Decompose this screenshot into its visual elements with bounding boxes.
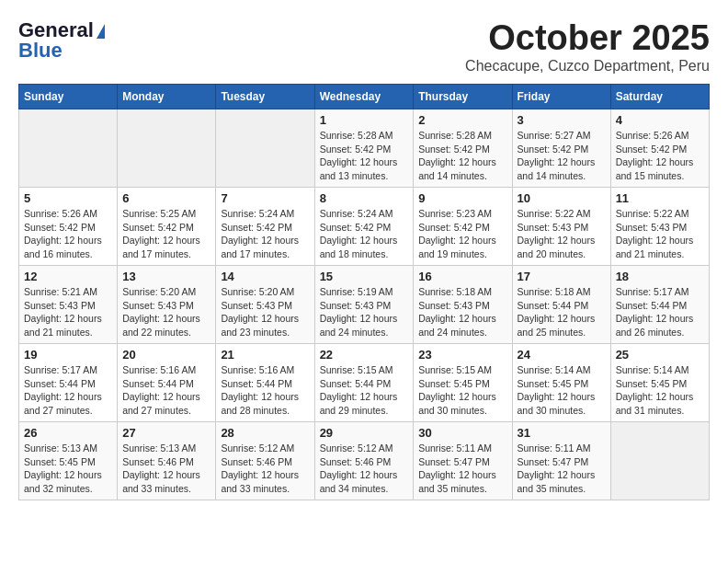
day-info: Sunrise: 5:23 AM Sunset: 5:42 PM Dayligh… xyxy=(418,207,506,261)
calendar-header: SundayMondayTuesdayWednesdayThursdayFrid… xyxy=(19,85,710,109)
day-cell: 8Sunrise: 5:24 AM Sunset: 5:42 PM Daylig… xyxy=(314,188,414,266)
day-info: Sunrise: 5:26 AM Sunset: 5:42 PM Dayligh… xyxy=(24,207,112,261)
day-cell: 17Sunrise: 5:18 AM Sunset: 5:44 PM Dayli… xyxy=(512,266,610,344)
week-row-1: 1Sunrise: 5:28 AM Sunset: 5:42 PM Daylig… xyxy=(19,109,710,188)
day-info: Sunrise: 5:14 AM Sunset: 5:45 PM Dayligh… xyxy=(518,363,606,418)
header-cell-friday: Friday xyxy=(512,85,610,109)
logo-triangle-icon xyxy=(97,24,105,39)
day-number: 22 xyxy=(320,348,409,362)
day-number: 14 xyxy=(221,270,309,283)
day-number: 1 xyxy=(320,113,409,127)
day-cell xyxy=(610,422,709,500)
day-info: Sunrise: 5:11 AM Sunset: 5:47 PM Dayligh… xyxy=(418,442,506,496)
day-cell: 23Sunrise: 5:15 AM Sunset: 5:45 PM Dayli… xyxy=(414,344,512,422)
day-cell: 7Sunrise: 5:24 AM Sunset: 5:42 PM Daylig… xyxy=(216,188,314,266)
day-cell: 21Sunrise: 5:16 AM Sunset: 5:44 PM Dayli… xyxy=(216,344,314,422)
week-row-5: 26Sunrise: 5:13 AM Sunset: 5:45 PM Dayli… xyxy=(19,422,710,500)
header-cell-thursday: Thursday xyxy=(414,85,512,109)
day-info: Sunrise: 5:28 AM Sunset: 5:42 PM Dayligh… xyxy=(418,129,506,183)
day-cell: 30Sunrise: 5:11 AM Sunset: 5:47 PM Dayli… xyxy=(414,422,512,500)
page-header: General Blue October 2025 Checacupe, Cuz… xyxy=(18,18,710,75)
day-cell: 28Sunrise: 5:12 AM Sunset: 5:46 PM Dayli… xyxy=(216,422,314,500)
day-cell: 25Sunrise: 5:14 AM Sunset: 5:45 PM Dayli… xyxy=(610,344,709,422)
location-text: Checacupe, Cuzco Department, Peru xyxy=(465,58,710,75)
day-info: Sunrise: 5:16 AM Sunset: 5:44 PM Dayligh… xyxy=(122,363,210,418)
logo: General Blue xyxy=(18,18,105,63)
day-info: Sunrise: 5:25 AM Sunset: 5:42 PM Dayligh… xyxy=(122,207,210,261)
day-number: 24 xyxy=(518,348,606,362)
week-row-3: 12Sunrise: 5:21 AM Sunset: 5:43 PM Dayli… xyxy=(19,266,710,344)
day-cell xyxy=(118,109,216,188)
day-number: 17 xyxy=(518,270,606,283)
day-cell: 3Sunrise: 5:27 AM Sunset: 5:42 PM Daylig… xyxy=(512,109,610,188)
day-info: Sunrise: 5:21 AM Sunset: 5:43 PM Dayligh… xyxy=(24,285,112,339)
day-info: Sunrise: 5:24 AM Sunset: 5:42 PM Dayligh… xyxy=(320,207,409,261)
month-title: October 2025 xyxy=(465,18,710,58)
day-cell: 9Sunrise: 5:23 AM Sunset: 5:42 PM Daylig… xyxy=(414,188,512,266)
day-number: 13 xyxy=(122,270,210,283)
day-info: Sunrise: 5:13 AM Sunset: 5:46 PM Dayligh… xyxy=(122,442,210,496)
day-cell: 26Sunrise: 5:13 AM Sunset: 5:45 PM Dayli… xyxy=(19,422,118,500)
day-number: 31 xyxy=(518,426,606,440)
day-info: Sunrise: 5:18 AM Sunset: 5:43 PM Dayligh… xyxy=(418,285,506,339)
day-cell: 15Sunrise: 5:19 AM Sunset: 5:43 PM Dayli… xyxy=(314,266,414,344)
day-number: 4 xyxy=(616,113,704,127)
day-info: Sunrise: 5:17 AM Sunset: 5:44 PM Dayligh… xyxy=(616,285,704,339)
logo-blue-text: Blue xyxy=(18,39,63,63)
day-number: 12 xyxy=(24,270,112,283)
day-cell: 14Sunrise: 5:20 AM Sunset: 5:43 PM Dayli… xyxy=(216,266,314,344)
day-info: Sunrise: 5:27 AM Sunset: 5:42 PM Dayligh… xyxy=(518,129,606,183)
day-info: Sunrise: 5:16 AM Sunset: 5:44 PM Dayligh… xyxy=(221,363,309,418)
day-info: Sunrise: 5:22 AM Sunset: 5:43 PM Dayligh… xyxy=(518,207,606,261)
week-row-2: 5Sunrise: 5:26 AM Sunset: 5:42 PM Daylig… xyxy=(19,188,710,266)
day-info: Sunrise: 5:15 AM Sunset: 5:44 PM Dayligh… xyxy=(320,363,409,418)
day-cell: 11Sunrise: 5:22 AM Sunset: 5:43 PM Dayli… xyxy=(610,188,709,266)
title-block: October 2025 Checacupe, Cuzco Department… xyxy=(465,18,710,75)
day-cell: 24Sunrise: 5:14 AM Sunset: 5:45 PM Dayli… xyxy=(512,344,610,422)
day-number: 29 xyxy=(320,426,409,440)
day-cell: 5Sunrise: 5:26 AM Sunset: 5:42 PM Daylig… xyxy=(19,188,118,266)
day-number: 19 xyxy=(24,348,112,362)
day-info: Sunrise: 5:20 AM Sunset: 5:43 PM Dayligh… xyxy=(221,285,309,339)
day-number: 15 xyxy=(320,270,409,283)
day-number: 8 xyxy=(320,191,409,205)
day-number: 7 xyxy=(221,191,309,205)
header-cell-monday: Monday xyxy=(118,85,216,109)
day-number: 23 xyxy=(418,348,506,362)
header-cell-sunday: Sunday xyxy=(19,85,118,109)
header-cell-wednesday: Wednesday xyxy=(314,85,414,109)
day-number: 5 xyxy=(24,191,112,205)
day-number: 16 xyxy=(418,270,506,283)
day-number: 2 xyxy=(418,113,506,127)
header-row: SundayMondayTuesdayWednesdayThursdayFrid… xyxy=(19,85,710,109)
calendar-table: SundayMondayTuesdayWednesdayThursdayFrid… xyxy=(18,84,710,500)
day-info: Sunrise: 5:11 AM Sunset: 5:47 PM Dayligh… xyxy=(518,442,606,496)
day-cell: 6Sunrise: 5:25 AM Sunset: 5:42 PM Daylig… xyxy=(118,188,216,266)
day-info: Sunrise: 5:12 AM Sunset: 5:46 PM Dayligh… xyxy=(221,442,309,496)
day-cell: 20Sunrise: 5:16 AM Sunset: 5:44 PM Dayli… xyxy=(118,344,216,422)
day-number: 3 xyxy=(518,113,606,127)
day-cell: 18Sunrise: 5:17 AM Sunset: 5:44 PM Dayli… xyxy=(610,266,709,344)
day-info: Sunrise: 5:28 AM Sunset: 5:42 PM Dayligh… xyxy=(320,129,409,183)
day-cell xyxy=(19,109,118,188)
day-number: 6 xyxy=(122,191,210,205)
day-number: 25 xyxy=(616,348,704,362)
day-number: 28 xyxy=(221,426,309,440)
day-cell: 31Sunrise: 5:11 AM Sunset: 5:47 PM Dayli… xyxy=(512,422,610,500)
day-number: 30 xyxy=(418,426,506,440)
day-info: Sunrise: 5:14 AM Sunset: 5:45 PM Dayligh… xyxy=(616,363,704,418)
day-info: Sunrise: 5:13 AM Sunset: 5:45 PM Dayligh… xyxy=(24,442,112,496)
day-cell: 2Sunrise: 5:28 AM Sunset: 5:42 PM Daylig… xyxy=(414,109,512,188)
header-cell-tuesday: Tuesday xyxy=(216,85,314,109)
week-row-4: 19Sunrise: 5:17 AM Sunset: 5:44 PM Dayli… xyxy=(19,344,710,422)
day-number: 26 xyxy=(24,426,112,440)
day-info: Sunrise: 5:15 AM Sunset: 5:45 PM Dayligh… xyxy=(418,363,506,418)
day-cell: 22Sunrise: 5:15 AM Sunset: 5:44 PM Dayli… xyxy=(314,344,414,422)
day-info: Sunrise: 5:18 AM Sunset: 5:44 PM Dayligh… xyxy=(518,285,606,339)
day-number: 27 xyxy=(122,426,210,440)
day-cell: 12Sunrise: 5:21 AM Sunset: 5:43 PM Dayli… xyxy=(19,266,118,344)
day-cell: 19Sunrise: 5:17 AM Sunset: 5:44 PM Dayli… xyxy=(19,344,118,422)
day-info: Sunrise: 5:20 AM Sunset: 5:43 PM Dayligh… xyxy=(122,285,210,339)
day-cell: 29Sunrise: 5:12 AM Sunset: 5:46 PM Dayli… xyxy=(314,422,414,500)
day-info: Sunrise: 5:24 AM Sunset: 5:42 PM Dayligh… xyxy=(221,207,309,261)
